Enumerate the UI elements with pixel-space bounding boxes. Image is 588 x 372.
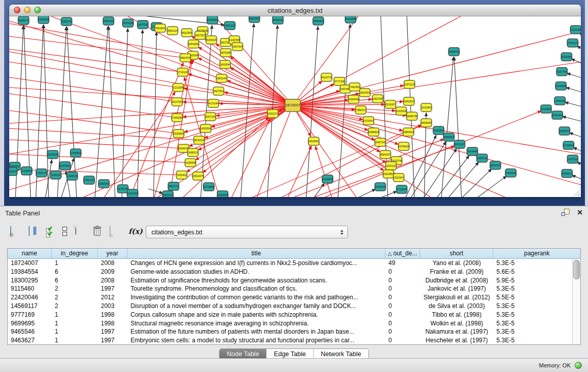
graph-node[interactable]: 9684067 [380,150,391,159]
table-row[interactable]: 1938455462009Genome-wide association stu… [8,268,580,276]
graph-node[interactable]: 8267150 [205,113,216,121]
graph-node[interactable]: 6379197 [454,140,465,148]
graph-node[interactable]: 12213389 [172,83,184,92]
graph-node[interactable]: 19463627 [403,97,415,105]
table-row[interactable]: 969969511998Structural magnetic resonanc… [8,319,580,328]
float-window-icon[interactable] [561,209,570,216]
graph-node[interactable]: 19524851 [383,170,394,178]
graph-node[interactable]: 15128435 [322,175,333,183]
graph-node[interactable]: 2967604 [232,42,243,51]
graph-node[interactable]: 19166825 [173,129,184,138]
column-header-name[interactable]: name [8,249,52,259]
graph-node[interactable]: 9242844 [220,60,231,69]
tab-network-table[interactable]: Network Table [314,349,368,359]
table-row[interactable]: 2242004622012Investigating the contribut… [8,293,580,302]
tab-node-table[interactable]: Node Table [220,349,267,359]
row-height-icon[interactable] [62,227,67,236]
graph-node[interactable]: 9115460 [421,103,432,112]
graph-node[interactable]: 16914479 [192,172,204,180]
graph-node[interactable]: 3824554 [360,89,371,97]
graph-node[interactable]: 7625402 [177,171,187,179]
graph-node[interactable]: 15720407 [363,117,374,125]
graph-node[interactable]: 14671355 [137,20,148,29]
table-scrollbar[interactable] [572,259,580,344]
minimize-window-icon[interactable] [24,7,31,13]
graph-node[interactable]: 17359924 [70,149,81,157]
graph-node[interactable]: 15692971 [559,127,570,135]
network-window-titlebar[interactable]: citations_edges.txt [9,5,581,16]
table-settings-icon[interactable]: ⚙ [10,227,11,236]
graph-node[interactable]: 10538457 [308,137,319,145]
graph-node[interactable]: 19756928 [398,142,409,150]
graph-node[interactable]: 19854923 [403,128,414,136]
graph-node[interactable]: 16543382 [188,40,199,48]
graph-node[interactable]: 9355741 [61,17,72,26]
graph-node[interactable]: 10807487 [372,95,383,103]
graph-node[interactable]: 10719185 [122,19,134,27]
graph-node[interactable]: 15718485 [203,183,214,191]
column-header-title[interactable]: title [127,249,385,259]
graph-node[interactable]: 7863822 [155,24,166,32]
graph-node[interactable]: 8931504 [9,167,17,176]
graph-node-hub[interactable]: 18724007 [285,99,300,112]
close-panel-icon[interactable]: ✕ [577,209,583,216]
graph-node[interactable]: 1733426 [397,185,407,193]
graph-node[interactable]: 15123056 [345,16,356,23]
graph-node[interactable]: 8358923 [444,133,454,141]
graph-node[interactable]: 14651610 [313,17,324,25]
graph-node[interactable]: 12093832 [555,82,567,90]
graph-node[interactable]: 15751074 [567,39,578,47]
graph-node[interactable]: 12444159 [554,97,565,105]
network-canvas[interactable]: 4035574206914069355741646616010719185146… [9,16,581,197]
graph-node[interactable]: 17016514 [563,141,574,149]
graph-node[interactable]: 10643126 [505,169,516,177]
graph-node[interactable]: 8878334 [194,136,205,144]
graph-node[interactable]: 8215953 [541,105,552,113]
graph-node[interactable]: 2935103 [477,154,488,162]
table-row[interactable]: 946362711997Embryonic stem cells: a mode… [8,336,580,345]
graph-node[interactable]: 9699695 [421,119,432,127]
graph-node[interactable]: 17942737 [36,169,47,177]
graph-node[interactable]: 14099489 [185,159,196,167]
graph-node[interactable]: 12905135 [67,172,78,180]
column-header-outde[interactable]: △out_de... [385,249,420,259]
graph-node[interactable]: 28495796 [406,112,418,120]
close-window-icon[interactable] [14,7,20,13]
table-row[interactable]: 1830029562008Estimation of significance … [8,276,580,285]
new-file-icon[interactable] [75,226,76,235]
graph-node[interactable]: 8912954 [182,29,192,37]
graph-node[interactable]: 9777169 [334,77,345,85]
function-builder-icon[interactable]: f(x) [128,227,143,235]
graph-node[interactable]: 8660124 [167,27,178,35]
graph-node[interactable]: 20364436 [348,95,359,103]
graph-node[interactable]: 7857224 [225,21,235,30]
graph-node[interactable]: 6216067 [385,100,396,108]
column-header-pagerank[interactable]: pagerank [493,249,580,259]
table-row[interactable]: 1456911722003Disruption of a novel membe… [8,302,580,311]
graph-node[interactable]: 7462662 [350,83,360,91]
graph-node[interactable]: 20691406 [38,16,49,24]
graph-node[interactable]: 12156803 [21,167,32,175]
tab-edge-table[interactable]: Edge Table [267,349,313,359]
network-window[interactable]: citations_edges.txt 40355742069140693557… [9,5,581,197]
table-scrollbar-thumb[interactable] [573,260,580,279]
network-table-select[interactable]: citations_edges.txt [146,226,348,238]
column-header-indegree[interactable]: in_degree [52,249,98,259]
graph-node[interactable]: 6466160 [103,17,114,25]
table-row[interactable]: 911546021997Tourette syndrome. Phenomeno… [8,285,580,293]
graph-node[interactable]: 9427552 [213,87,224,95]
column-header-short[interactable]: short [420,249,493,259]
graph-node[interactable]: 10688609 [368,128,379,136]
graph-node[interactable]: 16210643 [552,111,563,119]
graph-node[interactable]: 9474444 [467,147,478,156]
graph-node[interactable]: 9857771 [168,182,179,190]
graph-node[interactable]: 2875685 [221,49,231,57]
graph-node[interactable]: 2803144 [216,74,227,82]
graph-node[interactable]: 9245012 [562,169,573,178]
graph-node[interactable]: 14136141 [375,183,386,191]
graph-node[interactable]: 18407249 [375,138,386,146]
graph-node[interactable]: 9464332 [163,191,173,197]
graph-node[interactable]: 16210721 [321,73,332,81]
table-row[interactable]: 1872400712008Changes of HCN gene express… [8,259,580,268]
graph-node[interactable]: 16107554 [171,98,183,106]
